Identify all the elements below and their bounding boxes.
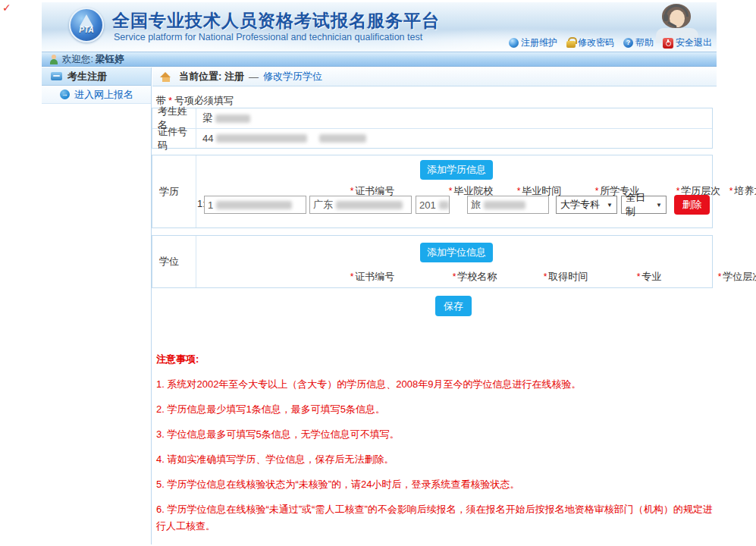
redacted-blur [215, 115, 250, 123]
col-label: 证书编号 [355, 185, 394, 196]
required-star: * [350, 271, 354, 282]
home-icon [160, 72, 171, 82]
required-star: * [544, 271, 547, 282]
breadcrumb: 当前位置: 注册 — 修改学历学位 [152, 67, 717, 86]
col-degree-cert-number: *证书编号 [350, 270, 395, 284]
col-label: 毕业时间 [522, 185, 561, 196]
nav-link-logout[interactable]: 安全退出 [663, 36, 712, 49]
add-degree-button[interactable]: 添加学位信息 [420, 243, 493, 262]
required-star: * [453, 271, 456, 282]
redacted-blur [439, 201, 449, 209]
redacted-blur [216, 134, 307, 143]
pta-logo: PTA [69, 8, 104, 42]
required-star: * [350, 186, 354, 196]
breadcrumb-current-link[interactable]: 修改学历学位 [263, 70, 322, 83]
graduate-time-visible: 201 [419, 199, 436, 211]
note-item: 4. 请如实准确填写学历、学位信息，保存后无法删除。 [156, 451, 716, 468]
candidate-name-value: 梁 [196, 111, 250, 125]
delete-education-button[interactable]: 删除 [674, 195, 710, 215]
nav-link-label: 修改密码 [578, 36, 614, 49]
col-label: 取得时间 [548, 271, 588, 282]
col-school-name: *学校名称 [453, 270, 497, 284]
card-icon [51, 72, 62, 80]
corner-check-mark: ✓ [2, 2, 11, 14]
education-level-select[interactable]: 大学专科 ▼ [556, 196, 617, 214]
sidebar-item-candidate-registration[interactable]: 考生注册 [42, 67, 151, 86]
page-container: PTA 全国专业技术人员资格考试报名服务平台 Service platform … [42, 2, 717, 544]
lock-icon [566, 37, 576, 49]
col-label: 毕业院校 [453, 185, 493, 196]
welcome-bar: 欢迎您: 梁钰婷 [42, 52, 717, 67]
nav-link-change-password[interactable]: 修改密码 [566, 36, 614, 49]
nav-link-label: 注册维护 [521, 36, 557, 49]
graduate-time-input[interactable]: 201 [416, 196, 450, 214]
candidate-name-visible: 梁 [202, 111, 212, 125]
required-star: * [637, 271, 641, 282]
logo-text: PTA [79, 26, 93, 34]
candidate-id-visible: 44 [202, 133, 213, 144]
required-star: * [449, 186, 453, 196]
redacted-blur [216, 201, 292, 209]
redacted-blur [336, 201, 403, 209]
app-header: PTA 全国专业技术人员资格考试报名服务平台 Service platform … [42, 2, 717, 52]
degree-section: 学位 添加学位信息 *证书编号 *学校名称 *取得时间 *专业 *学位层次 状态… [152, 235, 713, 288]
education-section: 学历 添加学历信息 *证书编号 *毕业院校 *毕业时间 *所学专业 *学历层次 … [152, 155, 713, 228]
col-label: 学位层次 [723, 271, 756, 282]
welcome-username: 梁钰婷 [96, 53, 124, 66]
col-degree-level: *学位层次 [718, 270, 756, 284]
logo-triangle-icon [80, 14, 93, 27]
notes-section: 注意事项: 1. 系统对2002年至今大专以上（含大专）的学历信息、2008年9… [156, 351, 716, 543]
required-star: * [718, 271, 722, 282]
col-label: 专业 [642, 271, 661, 282]
training-mode-select[interactable]: 全日制 ▼ [621, 196, 667, 214]
nav-link-help[interactable]: ? 帮助 [623, 36, 654, 49]
note-item: 2. 学历信息最少填写1条信息，最多可填写5条信息。 [156, 401, 716, 418]
degree-section-label: 学位 [152, 236, 196, 287]
app-title: 全国专业技术人员资格考试报名服务平台 [112, 9, 440, 33]
candidate-id-label: 证件号码 [152, 129, 196, 148]
chevron-down-icon: ▼ [607, 202, 613, 209]
table-row: 证件号码 44 [152, 128, 712, 148]
person-icon [49, 55, 58, 64]
note-item: 1. 系统对2002年至今大专以上（含大专）的学历信息、2008年9月至今的学位… [156, 376, 716, 393]
candidate-info-table: 考生姓名 梁 证件号码 44 [152, 108, 713, 149]
power-icon [663, 38, 673, 49]
training-mode-value: 全日制 [626, 191, 653, 218]
arrow-circle-icon: → [60, 89, 70, 99]
header-quick-links: 注册维护 修改密码 ? 帮助 安全退出 [509, 36, 712, 49]
education-section-label: 学历 [152, 155, 196, 228]
add-education-button[interactable]: 添加学历信息 [420, 160, 493, 180]
col-label: 学校名称 [457, 271, 497, 282]
sidebar-item-label: 进入网上报名 [74, 88, 133, 102]
headset-earpiece-icon [663, 14, 668, 21]
notes-title: 注意事项: [156, 351, 716, 368]
breadcrumb-location: 当前位置: 注册 [179, 70, 244, 83]
breadcrumb-separator: — [249, 71, 259, 83]
candidate-id-value: 44 [196, 133, 366, 144]
sidebar-item-enter-online-registration[interactable]: → 进入网上报名 [42, 86, 151, 104]
graduate-school-input[interactable]: 广东 [309, 196, 412, 214]
sidebar: 考生注册 → 进入网上报名 [42, 67, 152, 544]
nav-link-label: 安全退出 [676, 36, 712, 49]
col-label: 证书编号 [355, 271, 394, 282]
globe-icon [509, 38, 519, 48]
chevron-down-icon: ▼ [656, 202, 662, 209]
required-star: * [517, 186, 521, 196]
sidebar-item-label: 考生注册 [67, 70, 107, 83]
redacted-blur [319, 134, 366, 143]
col-label: 培养方式 [734, 185, 756, 196]
welcome-label: 欢迎您: [62, 53, 93, 66]
cert-number-visible: 1 [208, 199, 213, 211]
cert-number-input[interactable]: 1 [204, 196, 306, 214]
note-item: 3. 学位信息最多可填写5条信息，无学位信息可不填写。 [156, 426, 716, 443]
col-degree-major: *专业 [637, 270, 662, 284]
graduate-school-visible: 广东 [313, 198, 333, 212]
table-row: 考生姓名 梁 [152, 108, 712, 128]
nav-link-register-maintenance[interactable]: 注册维护 [509, 36, 557, 49]
major-studied-input[interactable]: 旅 [467, 196, 549, 214]
major-studied-visible: 旅 [471, 198, 481, 212]
save-button[interactable]: 保存 [435, 296, 472, 316]
note-item: 6. 学历学位信息在线核验“未通过”或“需人工核查”的不会影响后续报名，须在报名… [156, 501, 716, 535]
question-icon: ? [623, 38, 633, 48]
redacted-blur [484, 201, 525, 209]
